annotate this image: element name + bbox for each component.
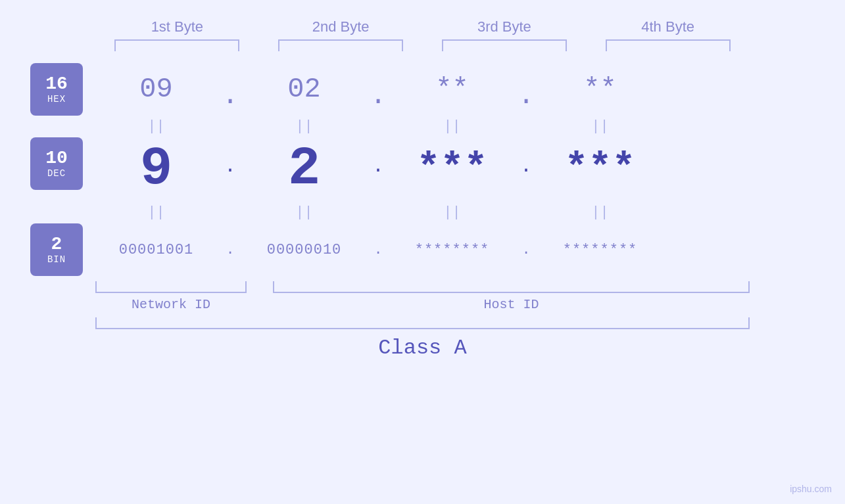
hex-b3: ** — [391, 74, 513, 105]
bin-sep3: . — [513, 242, 539, 258]
dec-value-b4: *** — [539, 149, 661, 188]
bottom-brackets-row — [95, 281, 750, 293]
eq1-b2: || — [243, 118, 365, 135]
hex-b1: 09 — [95, 74, 217, 105]
dec-dot3: . — [520, 155, 532, 177]
bin-badge-label: BIN — [47, 254, 66, 265]
eq1-data-cols: || || || || — [95, 118, 845, 135]
bin-value-b3: ******** — [391, 242, 513, 258]
watermark: ipshu.com — [790, 484, 832, 494]
eq2-data-cols: || || || || — [95, 204, 845, 221]
bracket-byte3 — [442, 39, 567, 51]
dec-badge-label: DEC — [47, 168, 66, 179]
dec-full-row: 10 DEC 9 . 2 . *** . *** — [0, 137, 845, 202]
hex-full-row: 16 HEX 09 . 02 . ** . ** — [0, 63, 845, 116]
dec-b3: *** — [391, 149, 513, 191]
dec-badge: 10 DEC — [30, 137, 83, 190]
bin-dot3: . — [521, 242, 530, 258]
dec-sep2: . — [365, 155, 391, 184]
bracket-byte4 — [606, 39, 731, 51]
dec-value-b1: 9 — [95, 143, 217, 196]
eq1-b3: || — [391, 118, 513, 135]
bin-full-row: 2 BIN 00001001 . 00000010 . ******** . — [0, 223, 845, 276]
dec-value-b2: 2 — [243, 143, 365, 196]
bin-data-cols: 00001001 . 00000010 . ******** . *******… — [95, 242, 845, 258]
bin-sep2: . — [365, 242, 391, 258]
bin-badge-cell: 2 BIN — [0, 223, 95, 276]
class-label: Class A — [378, 336, 466, 360]
dec-sep1: . — [217, 155, 243, 184]
bin-dot2: . — [374, 242, 382, 258]
eq2-b4: || — [539, 204, 661, 221]
bin-b3: ******** — [391, 242, 513, 258]
byte1-header: 1st Byte — [111, 18, 243, 35]
hex-dot3: . — [518, 80, 534, 112]
bin-b1: 00001001 — [95, 242, 217, 258]
hex-badge-num: 16 — [45, 74, 68, 95]
host-id-label: Host ID — [273, 297, 750, 312]
top-brackets — [0, 39, 845, 51]
bin-value-b2: 00000010 — [243, 242, 365, 258]
dec-dot1: . — [224, 155, 236, 177]
hex-badge-cell: 16 HEX — [0, 63, 95, 116]
hex-sep1: . — [217, 67, 243, 112]
bin-b2: 00000010 — [243, 242, 365, 258]
bottom-labels-row: Network ID Host ID — [95, 297, 750, 312]
bracket-byte1 — [114, 39, 239, 51]
network-id-label: Network ID — [95, 297, 247, 312]
network-id-bracket — [95, 281, 247, 293]
bin-badge-num: 2 — [51, 235, 62, 255]
dec-b2: 2 — [243, 143, 365, 196]
byte3-header: 3rd Byte — [439, 18, 570, 35]
dec-b1: 9 — [95, 143, 217, 196]
dec-sep3: . — [513, 155, 539, 184]
equals-row2: || || || || — [0, 204, 845, 221]
bin-sep1: . — [217, 242, 243, 258]
eq2-b1: || — [95, 204, 217, 221]
bin-b4: ******** — [539, 242, 661, 258]
hex-data-cols: 09 . 02 . ** . ** — [95, 67, 845, 112]
hex-value-b2: 02 — [243, 74, 365, 105]
byte2-header: 2nd Byte — [275, 18, 406, 35]
bracket-byte2 — [278, 39, 403, 51]
equals-row1: || || || || — [0, 118, 845, 135]
class-bracket — [95, 317, 750, 329]
dec-dot2: . — [372, 155, 384, 177]
dec-data-cols: 9 . 2 . *** . *** — [95, 143, 845, 196]
byte-headers: 1st Byte 2nd Byte 3rd Byte 4th Byte — [0, 18, 845, 35]
dec-badge-num: 10 — [45, 149, 68, 169]
bin-badge: 2 BIN — [30, 223, 83, 276]
hex-sep2: . — [365, 67, 391, 112]
byte4-header: 4th Byte — [602, 18, 734, 35]
host-id-bracket — [273, 281, 750, 293]
bin-dot1: . — [226, 242, 234, 258]
hex-value-b1: 09 — [95, 74, 217, 105]
bin-value-b1: 00001001 — [95, 242, 217, 258]
hex-badge-label: HEX — [47, 94, 66, 104]
dec-badge-cell: 10 DEC — [0, 137, 95, 196]
dec-value-b3: *** — [391, 149, 513, 188]
eq2-b2: || — [243, 204, 365, 221]
hex-badge: 16 HEX — [30, 63, 83, 116]
hex-sep3: . — [513, 67, 539, 112]
hex-dot1: . — [222, 80, 238, 112]
hex-b2: 02 — [243, 74, 365, 105]
eq1-b4: || — [539, 118, 661, 135]
main-container: 1st Byte 2nd Byte 3rd Byte 4th Byte 16 H… — [0, 0, 845, 504]
dec-b4: *** — [539, 149, 661, 191]
hex-value-b4: ** — [539, 74, 661, 105]
hex-b4: ** — [539, 74, 661, 105]
eq2-b3: || — [391, 204, 513, 221]
bottom-bracket-section: Network ID Host ID — [0, 281, 845, 312]
bin-value-b4: ******** — [539, 242, 661, 258]
hex-value-b3: ** — [391, 74, 513, 105]
eq1-b1: || — [95, 118, 217, 135]
hex-dot2: . — [370, 80, 386, 112]
